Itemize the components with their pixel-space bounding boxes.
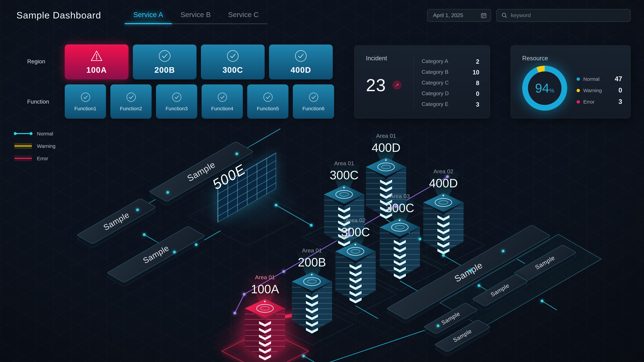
network-link-line	[542, 301, 557, 310]
line-swatch	[14, 155, 32, 161]
tower-top-dot	[311, 274, 312, 276]
resource-title: Resource	[522, 55, 548, 62]
function-buttons: Function1Function2Function3Function4Func…	[65, 84, 334, 119]
cyan-node-dot	[275, 204, 278, 206]
chevron-glyph	[394, 253, 406, 259]
tower-lens-inner	[307, 280, 317, 284]
check-icon	[294, 49, 307, 62]
tab-service-b[interactable]: Service B	[172, 7, 219, 23]
tower-glow-column	[394, 240, 406, 279]
tab-service-c[interactable]: Service C	[219, 7, 267, 23]
function-button-function4[interactable]: Function4	[202, 84, 243, 119]
tower-lens-inner	[395, 225, 404, 229]
function-button-function6[interactable]: Function6	[293, 84, 334, 119]
cyan-node-dot	[418, 238, 421, 240]
chevron-glyph	[306, 328, 318, 334]
tower-glow-column	[438, 215, 450, 254]
region-code: 100A	[86, 65, 107, 75]
chevron-glyph	[259, 348, 271, 354]
region-button-400d[interactable]: 400D	[269, 44, 333, 79]
category-value: 8	[476, 80, 479, 87]
map-legend-label: Normal	[37, 131, 53, 136]
check-icon	[158, 49, 171, 62]
tab-label: Service B	[180, 11, 211, 18]
region-button-100a[interactable]: 100A	[65, 44, 128, 79]
region-button-300c[interactable]: 300C	[201, 44, 265, 79]
purple-node-dot	[348, 232, 350, 235]
tower-lens	[256, 304, 274, 313]
chevron-glyph	[394, 240, 406, 246]
tower-code-label: 100A	[225, 282, 305, 296]
map-legend-normal: Normal	[14, 130, 56, 137]
resource-donut-chart: 94 %	[522, 66, 567, 111]
chevron-glyph	[259, 321, 271, 327]
region-button-200b[interactable]: 200B	[133, 44, 196, 79]
category-value: 2	[476, 58, 479, 65]
tab-service-a[interactable]: Service A	[124, 7, 172, 23]
chevron-glyph	[306, 294, 318, 300]
check-icon	[126, 92, 136, 102]
chevron-glyph	[306, 301, 318, 307]
chevron-glyph	[350, 278, 362, 283]
category-label: Category E	[422, 101, 448, 108]
incident-category-row: Category B10	[422, 69, 479, 76]
cyan-node-dot	[143, 233, 146, 236]
region-code: 400D	[291, 65, 311, 75]
line-swatch	[14, 133, 32, 134]
chevron-glyph	[350, 284, 362, 290]
function-button-function1[interactable]: Function1	[65, 84, 106, 119]
page-title: Sample Dashboard	[16, 10, 101, 21]
cyan-node-dot	[173, 251, 176, 253]
tower-glow-column	[306, 294, 318, 334]
tower-area-label: Area 01	[304, 160, 384, 167]
incident-category-row: Category A2	[422, 58, 479, 65]
tower-code-label: 200B	[272, 255, 352, 270]
function-label: Function5	[257, 105, 279, 111]
divider	[414, 56, 414, 108]
map-legend: NormalWarningError	[14, 130, 56, 162]
line-core	[14, 158, 32, 159]
date-value: April 1, 2025	[433, 12, 463, 18]
search-icon	[502, 12, 508, 18]
chevron-glyph	[259, 328, 271, 334]
date-picker[interactable]: April 1, 2025	[427, 9, 491, 22]
function-button-function5[interactable]: Function5	[247, 84, 288, 119]
tower-lens-inner	[351, 249, 360, 253]
function-button-function3[interactable]: Function3	[156, 84, 197, 119]
trend-up-icon: ↗	[392, 80, 402, 89]
chevron-glyph	[350, 298, 362, 303]
category-value: 0	[476, 90, 479, 97]
top-bar: Sample Dashboard Service AService BServi…	[0, 0, 644, 31]
tower-top-dot	[442, 195, 444, 196]
cyan-node-dot	[541, 300, 544, 302]
tab-label: Service A	[133, 11, 163, 18]
legend-value: 47	[615, 75, 622, 83]
cyan-node-dot	[195, 243, 198, 246]
chevron-glyph	[338, 207, 350, 213]
check-icon	[308, 92, 318, 102]
function-button-function2[interactable]: Function2	[110, 84, 152, 119]
category-label: Category D	[422, 90, 449, 97]
search-input[interactable]	[511, 12, 626, 18]
tower-code-label: 400D	[403, 176, 484, 190]
resource-panel: Resource 94 % Normal47Warning0Error3	[510, 45, 630, 118]
chevron-glyph	[438, 215, 450, 221]
chevron-glyph	[394, 274, 406, 279]
incident-category-row: Category C8	[422, 80, 479, 87]
tower-top-dot	[343, 187, 345, 188]
chevron-glyph	[259, 335, 271, 340]
region-code: 200B	[154, 65, 175, 75]
chevron-glyph	[306, 308, 318, 313]
chevron-glyph	[350, 271, 362, 277]
tower-code-label: 300C	[315, 225, 396, 239]
legend-warning-line	[14, 143, 32, 149]
tower-lens-inner	[439, 200, 448, 204]
cyan-node-dot	[166, 191, 169, 194]
legend-error-line	[14, 155, 32, 161]
check-icon	[80, 92, 90, 102]
chevron-glyph	[306, 314, 318, 320]
purple-node-dot	[394, 205, 397, 208]
tower-lens-inner	[260, 306, 270, 310]
cyan-node-dot	[502, 250, 504, 252]
category-label: Category B	[422, 69, 448, 76]
